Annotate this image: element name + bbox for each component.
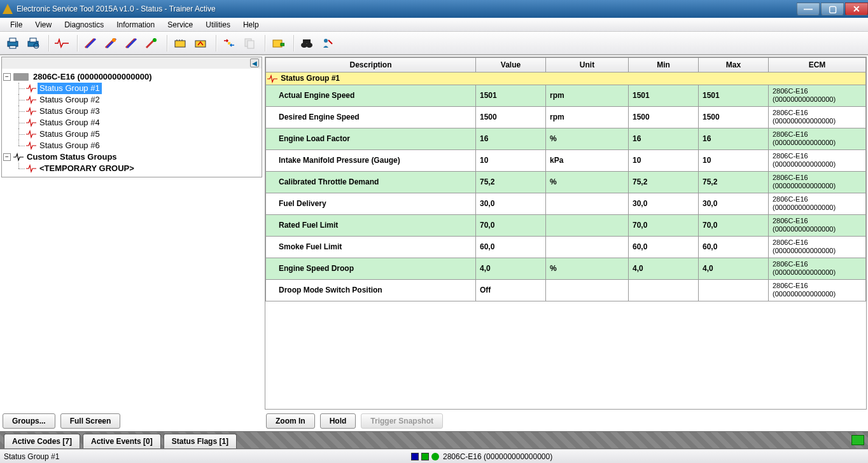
svg-line-30 (328, 40, 332, 44)
cell-ecm: 2806C-E16(000000000000000) (769, 193, 866, 214)
status-group-icon (26, 130, 36, 139)
cell-min: 30,0 (629, 193, 699, 214)
tree-custom[interactable]: − Custom Status Groups (3, 151, 260, 163)
table-row[interactable]: Desired Engine Speed1500rpm150015002806C… (266, 106, 866, 128)
table-group-row[interactable]: Status Group #1 (266, 73, 866, 85)
table-row[interactable]: Rated Fuel Limit70,070,070,02806C-E16(00… (266, 214, 866, 236)
table-row[interactable]: Calibrated Throttle Demand75,2%75,275,22… (266, 171, 866, 193)
tree-item[interactable]: Status Group #6 (3, 140, 260, 151)
custom-group-icon (13, 153, 24, 162)
copy-icon[interactable] (241, 34, 258, 52)
svg-point-10 (112, 38, 116, 42)
col-min[interactable]: Min (629, 58, 699, 73)
table-row[interactable]: Engine Speed Droop4,0%4,04,02806C-E16(00… (266, 258, 866, 279)
cell-desc: Smoke Fuel Limit (266, 236, 476, 258)
col-max[interactable]: Max (699, 58, 769, 73)
status-square-blue (411, 453, 419, 460)
window-title: Electronic Service Tool 2015A v1.0 - Sta… (17, 4, 216, 13)
groups-button[interactable]: Groups... (3, 413, 55, 429)
zoomin-button[interactable]: Zoom In (266, 413, 315, 429)
tree-root[interactable]: − 2806C-E16 (000000000000000) (3, 71, 260, 83)
tree-item-label: Status Group #3 (38, 106, 102, 117)
print-preview-icon[interactable] (24, 34, 42, 52)
menu-help[interactable]: Help (237, 20, 265, 29)
table-row[interactable]: Engine Load Factor16%16162806C-E16(00000… (266, 128, 866, 149)
tree-item[interactable]: Status Group #5 (3, 128, 260, 140)
cell-max (699, 279, 769, 301)
svg-text:?: ? (131, 39, 134, 45)
cell-unit: rpm (546, 85, 629, 106)
cell-max: 1501 (699, 85, 769, 106)
tab-active-events[interactable]: Active Events [0] (83, 434, 161, 448)
col-unit[interactable]: Unit (546, 58, 629, 73)
tree-item[interactable]: Status Group #3 (3, 106, 260, 117)
svg-rect-2 (10, 46, 16, 48)
tree-temp[interactable]: <TEMPORARY GROUP> (3, 163, 260, 174)
cell-value: Off (476, 279, 546, 301)
tab-status-flags[interactable]: Status Flags [1] (164, 434, 237, 448)
cell-min: 1500 (629, 106, 699, 128)
arrows-icon[interactable] (220, 34, 238, 52)
close-button[interactable]: ✕ (845, 3, 868, 15)
tool-icon-2[interactable] (102, 34, 120, 52)
binoculars-icon[interactable] (298, 34, 316, 52)
menu-diagnostics[interactable]: Diagnostics (58, 20, 110, 29)
menu-file[interactable]: File (4, 20, 29, 29)
tool-icon-1[interactable] (81, 34, 99, 52)
ecm-chip-icon (13, 73, 29, 81)
ecg-icon[interactable] (53, 34, 71, 52)
status-group-icon (26, 118, 36, 127)
tree-toggle-icon[interactable]: − (3, 73, 11, 81)
person-icon[interactable] (318, 34, 336, 52)
tool-icon-4[interactable] (143, 34, 160, 52)
collapse-sidebar-button[interactable]: ◀ (250, 59, 259, 67)
svg-rect-21 (228, 42, 230, 45)
menu-view[interactable]: View (29, 20, 58, 29)
trigger-snapshot-button[interactable]: Trigger Snapshot (361, 413, 443, 429)
table-row[interactable]: Fuel Delivery30,030,030,02806C-E16(00000… (266, 193, 866, 214)
tree-toggle-icon[interactable]: − (3, 153, 11, 161)
tool-icon-3[interactable]: ? (122, 34, 140, 52)
tree-item[interactable]: Status Group #4 (3, 117, 260, 128)
tab-active-codes[interactable]: Active Codes [7] (4, 434, 80, 448)
hold-button[interactable]: Hold (320, 413, 356, 429)
print-icon[interactable] (4, 34, 22, 52)
table-row[interactable]: Actual Engine Speed1501rpm150115012806C-… (266, 85, 866, 106)
svg-rect-25 (281, 43, 284, 46)
cell-desc: Actual Engine Speed (266, 85, 476, 106)
tree-item[interactable]: Status Group #1 (3, 83, 260, 94)
svg-point-29 (324, 39, 328, 43)
table-row[interactable]: Smoke Fuel Limit60,060,060,02806C-E16(00… (266, 236, 866, 258)
chip-icon-1[interactable] (171, 34, 189, 52)
svg-rect-28 (303, 39, 311, 43)
chip-icon-2[interactable] (192, 34, 209, 52)
fullscreen-button[interactable]: Full Screen (60, 413, 121, 429)
svg-line-7 (87, 39, 95, 48)
table-group-label: Status Group #1 (281, 74, 340, 83)
col-value[interactable]: Value (476, 58, 546, 73)
minimize-button[interactable]: — (797, 3, 820, 15)
col-ecm[interactable]: ECM (769, 58, 866, 73)
status-left: Status Group #1 (4, 452, 411, 461)
cell-desc: Engine Load Factor (266, 128, 476, 149)
menu-service[interactable]: Service (161, 20, 199, 29)
cell-unit (546, 214, 629, 236)
cell-ecm: 2806C-E16(000000000000000) (769, 85, 866, 106)
maximize-button[interactable]: ▢ (821, 3, 844, 15)
tree-custom-label: Custom Status Groups (25, 151, 119, 163)
table-row[interactable]: Droop Mode Switch PositionOff2806C-E16(0… (266, 279, 866, 301)
cell-max: 60,0 (699, 236, 769, 258)
col-description[interactable]: Description (266, 58, 476, 73)
tree-item[interactable]: Status Group #2 (3, 94, 260, 106)
status-circle-green (431, 453, 439, 460)
status-square-green (421, 453, 429, 460)
svg-rect-4 (30, 38, 36, 42)
folder-icon[interactable] (269, 34, 287, 52)
menu-utilities[interactable]: Utilities (199, 20, 237, 29)
toolbar: ? (0, 32, 868, 55)
menu-information[interactable]: Information (110, 20, 161, 29)
table-row[interactable]: Intake Manifold Pressure (Gauge)10kPa101… (266, 149, 866, 171)
cell-max: 16 (699, 128, 769, 149)
cell-desc: Desired Engine Speed (266, 106, 476, 128)
cell-max: 4,0 (699, 258, 769, 279)
